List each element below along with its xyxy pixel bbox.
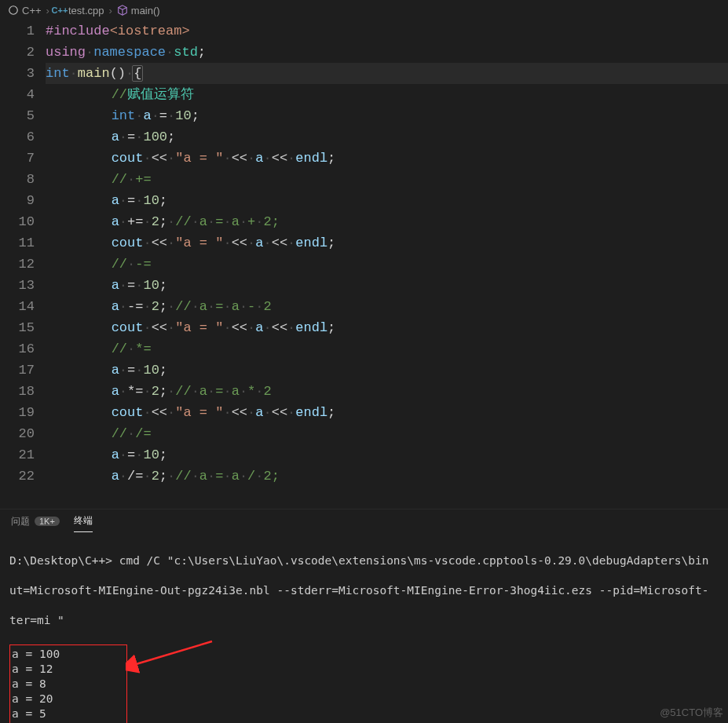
chevron-right-icon: › (46, 5, 49, 16)
output-line: a = 5 (12, 707, 122, 721)
terminal-line: ut=Microsoft-MIEngine-Out-pgz24i3e.nbl -… (9, 583, 719, 598)
folder-icon (8, 5, 19, 16)
terminal-output-box: a = 100a = 12a = 8a = 20a = 5a = 0 (9, 644, 127, 723)
watermark: @51CTO博客 (660, 706, 723, 720)
cpp-file-icon: C++ (54, 5, 65, 16)
annotation-arrow (126, 637, 220, 685)
terminal-line: ter=mi " (9, 613, 719, 628)
output-line: a = 100 (12, 647, 122, 662)
tab-problems[interactable]: 问题 1K+ (11, 510, 60, 532)
crumb-folder[interactable]: C++ (8, 5, 42, 16)
output-line: a = 8 (12, 677, 122, 692)
breadcrumb: C++ › C++ test.cpp › main() (0, 0, 728, 20)
svg-line-1 (134, 641, 212, 665)
tab-label: 问题 (11, 515, 30, 528)
terminal[interactable]: D:\Desktop\C++> cmd /C "c:\Users\LiuYao\… (0, 532, 728, 723)
crumb-file[interactable]: C++ test.cpp (54, 5, 104, 16)
cube-icon (117, 5, 128, 16)
panel-tabs: 问题 1K+ 终端 (0, 509, 728, 532)
line-gutter: 12345678910111213141516171819202122 (0, 20, 46, 509)
chevron-right-icon: › (108, 5, 112, 16)
output-line: a = 20 (12, 692, 122, 707)
code-area[interactable]: #include<iostream>using·namespace·std;in… (46, 20, 728, 509)
tab-label: 终端 (74, 514, 93, 528)
svg-point-0 (9, 6, 18, 15)
code-editor[interactable]: 12345678910111213141516171819202122 #inc… (0, 20, 728, 509)
crumb-label: C++ (22, 5, 42, 16)
crumb-label: test.cpp (68, 5, 104, 16)
tab-terminal[interactable]: 终端 (74, 509, 93, 532)
terminal-line: D:\Desktop\C++> cmd /C "c:\Users\LiuYao\… (9, 553, 719, 568)
crumb-label: main() (131, 5, 160, 16)
crumb-symbol[interactable]: main() (117, 5, 160, 16)
problems-badge: 1K+ (35, 517, 60, 526)
output-line: a = 12 (12, 662, 122, 677)
